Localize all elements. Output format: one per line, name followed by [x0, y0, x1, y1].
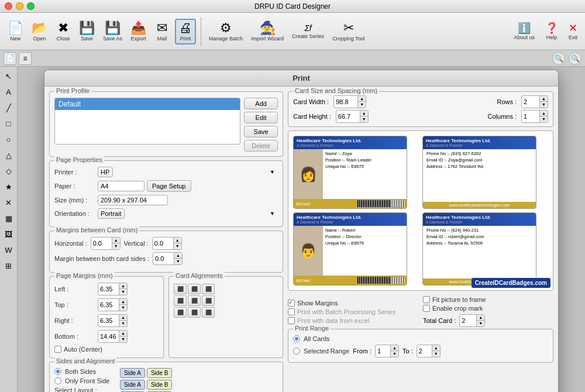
side-b-btn-1[interactable]: Side B [147, 368, 172, 378]
total-card-input[interactable] [460, 317, 476, 325]
print-batch-checkbox[interactable] [288, 308, 295, 315]
sidebar-cross-tool[interactable]: ✕ [2, 195, 16, 209]
manage-batch-tool[interactable]: ⚙ Manage Batch [206, 20, 246, 43]
right-margin-input[interactable] [98, 317, 119, 325]
card-height-spin[interactable]: ▲▼ [336, 110, 369, 123]
width-up[interactable]: ▲ [358, 96, 366, 102]
top-up[interactable]: ▲ [119, 299, 127, 305]
delete-profile-button[interactable]: Delete [244, 140, 278, 152]
bottom-margin-spin[interactable]: ▲▼ [98, 330, 128, 343]
right-margin-spin[interactable]: ▲▼ [98, 314, 128, 327]
cols-up[interactable]: ▲ [540, 111, 548, 116]
zoom-in-button[interactable]: 🔍 [552, 52, 565, 65]
paper-input[interactable] [98, 181, 144, 191]
maximize-window-button[interactable] [27, 2, 35, 10]
from-up[interactable]: ▲ [391, 345, 398, 351]
sidebar-diamond-tool[interactable]: ◇ [2, 164, 16, 178]
right-down[interactable]: ▼ [119, 321, 127, 326]
rows-input[interactable] [522, 98, 539, 106]
height-up[interactable]: ▲ [360, 111, 368, 116]
zoom-out-button[interactable]: 🔍 [569, 52, 581, 65]
sidebar-ellipse-tool[interactable]: ○ [2, 132, 16, 146]
vertical-input[interactable] [153, 239, 173, 247]
sidebar-image-tool[interactable]: 🖼 [2, 227, 16, 241]
width-down[interactable]: ▼ [358, 102, 366, 108]
right-up[interactable]: ▲ [119, 315, 127, 321]
between-sides-spin[interactable]: ▲ ▼ [153, 252, 183, 265]
top-margin-input[interactable] [98, 301, 119, 309]
between-sides-input[interactable] [153, 255, 174, 263]
edit-profile-button[interactable]: Edit [244, 112, 278, 123]
align-mc[interactable]: ⬛ [188, 295, 201, 306]
vertical-spin[interactable]: ▲ ▼ [152, 237, 182, 250]
vertical-down[interactable]: ▼ [174, 243, 181, 249]
top-margin-spin[interactable]: ▲▼ [98, 298, 128, 311]
left-up[interactable]: ▲ [119, 283, 127, 289]
front-only-radio[interactable] [54, 377, 61, 384]
size-input[interactable] [98, 195, 168, 205]
sidebar-triangle-tool[interactable]: △ [2, 148, 16, 162]
to-up[interactable]: ▲ [432, 345, 440, 351]
orientation-select[interactable]: Portrait [98, 208, 125, 219]
profile-list[interactable]: Default [54, 98, 240, 145]
total-up[interactable]: ▲ [477, 315, 484, 321]
align-bl[interactable]: ⬛ [174, 307, 187, 318]
side-b-btn-2[interactable]: Side B [147, 380, 172, 390]
page-setup-button[interactable]: Page Setup [147, 180, 191, 192]
to-input[interactable] [417, 347, 432, 355]
total-down[interactable]: ▼ [477, 321, 484, 326]
horizontal-spin[interactable]: ▲ ▼ [91, 237, 121, 250]
about-us-button[interactable]: ℹ️ About us [511, 21, 538, 42]
print-tool[interactable]: 🖨 Print [175, 19, 196, 44]
auto-center-checkbox[interactable] [54, 346, 61, 353]
close-tool[interactable]: ✖ Close [53, 20, 74, 43]
show-margins-checkbox[interactable] [288, 300, 295, 307]
minimize-window-button[interactable] [16, 2, 23, 10]
align-ml[interactable]: ⬛ [174, 295, 187, 306]
fit-picture-checkbox[interactable] [423, 296, 430, 303]
selected-range-radio[interactable] [293, 348, 300, 355]
from-spin[interactable]: ▲▼ [375, 345, 399, 357]
both-sides-radio[interactable] [54, 368, 61, 375]
align-br[interactable]: ⬛ [202, 307, 215, 318]
saveas-tool[interactable]: 💾 Save As [100, 20, 125, 43]
left-margin-input[interactable] [98, 285, 119, 293]
top-down[interactable]: ▼ [119, 305, 127, 311]
add-profile-button[interactable]: Add [244, 98, 278, 109]
rows-up[interactable]: ▲ [540, 96, 548, 102]
from-down[interactable]: ▼ [391, 351, 398, 357]
between-sides-down[interactable]: ▼ [174, 259, 182, 264]
create-series-tool[interactable]: Σf Create Series [289, 22, 327, 41]
to-spin[interactable]: ▲▼ [417, 345, 441, 357]
from-input[interactable] [376, 347, 390, 355]
align-tl[interactable]: ⬛ [174, 284, 187, 294]
enable-crop-checkbox[interactable] [423, 305, 430, 312]
open-tool[interactable]: 📂 Open [29, 20, 50, 43]
side-a-btn-1[interactable]: Side A [120, 368, 145, 378]
sidebar-pointer-tool[interactable]: ↖ [2, 69, 16, 83]
exit-button[interactable]: ✕ Exit [566, 21, 580, 42]
horizontal-up[interactable]: ▲ [112, 238, 120, 243]
all-cards-radio[interactable] [293, 335, 300, 342]
bottom-up[interactable]: ▲ [119, 331, 127, 336]
print-excel-checkbox[interactable] [288, 317, 295, 324]
sidebar-bottom-btn[interactable]: ⊞ [2, 259, 16, 273]
sidebar-star-tool[interactable]: ★ [2, 180, 16, 194]
rows-down[interactable]: ▼ [540, 102, 548, 108]
align-bc[interactable]: ⬛ [188, 307, 201, 318]
bottom-margin-input[interactable] [98, 332, 119, 341]
sidebar-barcode-tool[interactable]: ▦ [2, 211, 16, 225]
side-a-btn-2[interactable]: Side A [120, 380, 145, 390]
profile-item-default[interactable]: Default [55, 98, 240, 110]
doc-icon-btn[interactable]: 📄 [4, 52, 16, 65]
card-width-input[interactable] [334, 98, 357, 106]
list-icon-btn[interactable]: ≡ [19, 52, 32, 65]
horizontal-input[interactable] [91, 239, 112, 247]
align-tr[interactable]: ⬛ [202, 284, 215, 294]
left-margin-spin[interactable]: ▲▼ [98, 283, 128, 295]
between-sides-up[interactable]: ▲ [174, 253, 182, 259]
mail-tool[interactable]: ✉ Mail [152, 20, 173, 43]
columns-input[interactable] [522, 112, 539, 121]
close-window-button[interactable] [5, 2, 12, 10]
card-height-input[interactable] [336, 112, 360, 121]
